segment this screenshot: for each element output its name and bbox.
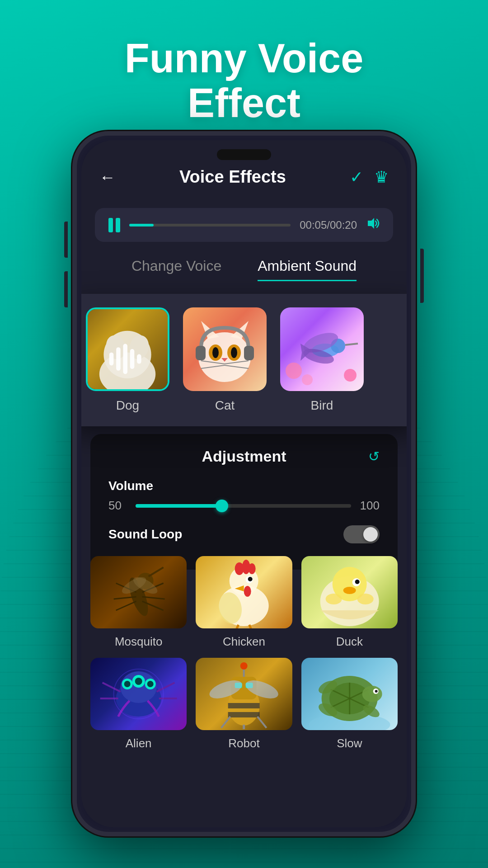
slow-image (301, 658, 398, 730)
svg-rect-9 (137, 354, 141, 364)
toggle-row: Sound Loop (108, 525, 380, 543)
sound-grid-row-1: Mosquito (90, 556, 398, 649)
svg-point-70 (147, 681, 154, 687)
svg-point-32 (302, 374, 313, 385)
mosquito-label: Mosquito (115, 635, 163, 649)
header-actions: ✓ ♛ (350, 168, 389, 187)
svg-point-83 (240, 662, 248, 670)
adjustment-title: Adjustment (202, 448, 286, 465)
progress-track[interactable] (129, 224, 291, 226)
svg-point-50 (244, 586, 251, 597)
svg-line-73 (157, 683, 175, 692)
screen-title: Voice Effects (179, 167, 286, 187)
phone-mockup: ← Voice Effects ✓ ♛ 00:05/00:20 (72, 131, 416, 836)
mosquito-image (90, 556, 187, 628)
phone-button-volume-up (64, 222, 68, 258)
grid-item-slow[interactable]: Slow (301, 658, 398, 750)
volume-icon[interactable] (366, 217, 380, 233)
volume-label: Volume (108, 479, 380, 493)
volume-slider-row: 50 100 (108, 499, 380, 513)
audio-player: 00:05/00:20 (95, 208, 393, 242)
svg-rect-5 (109, 353, 114, 366)
svg-rect-22 (196, 346, 206, 360)
svg-point-10 (198, 332, 251, 382)
tab-change-voice[interactable]: Change Voice (131, 258, 221, 281)
chicken-image (196, 556, 292, 628)
volume-thumb[interactable] (216, 500, 228, 512)
svg-rect-6 (116, 347, 121, 371)
svg-line-86 (221, 717, 230, 728)
back-button[interactable]: ← (99, 168, 116, 187)
volume-slider[interactable] (136, 504, 351, 508)
svg-rect-7 (123, 344, 127, 374)
svg-point-16 (231, 347, 237, 358)
svg-line-54 (234, 625, 239, 628)
volume-max: 100 (360, 499, 380, 513)
bird-image (280, 307, 364, 391)
svg-point-62 (357, 594, 373, 604)
alien-image (90, 658, 187, 730)
tab-ambient-sound[interactable]: Ambient Sound (258, 258, 357, 281)
svg-point-15 (212, 347, 219, 358)
app-header: ← Voice Effects ✓ ♛ (81, 167, 407, 187)
sound-item-bird[interactable]: Bird (280, 307, 364, 413)
adjustment-header: Adjustment ↺ (108, 448, 380, 465)
grid-item-duck[interactable]: Duck (301, 556, 398, 649)
svg-line-37 (116, 601, 136, 610)
grid-item-mosquito[interactable]: Mosquito (90, 556, 187, 649)
sound-loop-control: Sound Loop (108, 525, 380, 543)
volume-fill (136, 504, 222, 508)
cat-label: Cat (215, 398, 235, 413)
pause-button[interactable] (108, 218, 120, 232)
svg-marker-0 (368, 218, 374, 229)
grid-item-alien[interactable]: Alien (90, 658, 187, 750)
svg-line-71 (103, 683, 121, 692)
svg-point-49 (249, 563, 256, 574)
svg-rect-8 (130, 349, 135, 369)
svg-point-95 (362, 686, 382, 702)
premium-button[interactable]: ♛ (374, 168, 389, 187)
svg-line-88 (258, 717, 267, 728)
cat-image (183, 307, 267, 391)
alien-label: Alien (126, 736, 152, 750)
dog-label: Dog (116, 398, 139, 413)
robot-label: Robot (228, 736, 259, 750)
ambient-sound-popup: Dog (81, 294, 407, 426)
svg-point-61 (325, 594, 342, 604)
toggle-knob (363, 527, 378, 542)
svg-point-97 (375, 690, 377, 693)
svg-point-52 (248, 577, 253, 581)
time-display: 00:05/00:20 (300, 219, 357, 231)
tabs-bar: Change Voice Ambient Sound (95, 258, 393, 281)
svg-line-55 (249, 625, 254, 628)
reset-button[interactable]: ↺ (368, 448, 380, 464)
sound-loop-toggle[interactable] (343, 525, 380, 543)
sound-loop-label: Sound Loop (108, 527, 182, 542)
chicken-label: Chicken (223, 635, 265, 649)
dog-image (86, 307, 169, 391)
svg-rect-77 (228, 703, 260, 708)
sound-grid-row-2: Alien (90, 658, 398, 750)
phone-button-volume-down (64, 271, 68, 307)
grid-item-robot[interactable]: Robot (196, 658, 292, 750)
volume-min: 50 (108, 499, 127, 513)
phone-button-power (420, 249, 424, 303)
svg-line-26 (345, 344, 358, 345)
slow-label: Slow (337, 736, 362, 750)
svg-rect-23 (244, 346, 254, 360)
adjustment-panel: Adjustment ↺ Volume 50 100 (90, 434, 398, 570)
bird-label: Bird (311, 398, 333, 413)
phone-frame: ← Voice Effects ✓ ♛ 00:05/00:20 (72, 131, 416, 836)
sound-item-cat[interactable]: Cat (183, 307, 267, 413)
phone-screen: ← Voice Effects ✓ ♛ 00:05/00:20 (81, 140, 407, 827)
sound-item-dog[interactable]: Dog (86, 307, 169, 413)
page-title: Funny Voice Effect (0, 0, 488, 153)
grid-item-chicken[interactable]: Chicken (196, 556, 292, 649)
duck-image (301, 556, 398, 628)
progress-fill (129, 224, 154, 226)
svg-rect-78 (228, 712, 260, 717)
svg-point-68 (124, 681, 131, 687)
svg-line-43 (149, 567, 164, 576)
volume-control: Volume 50 100 (108, 479, 380, 513)
confirm-button[interactable]: ✓ (350, 168, 363, 187)
